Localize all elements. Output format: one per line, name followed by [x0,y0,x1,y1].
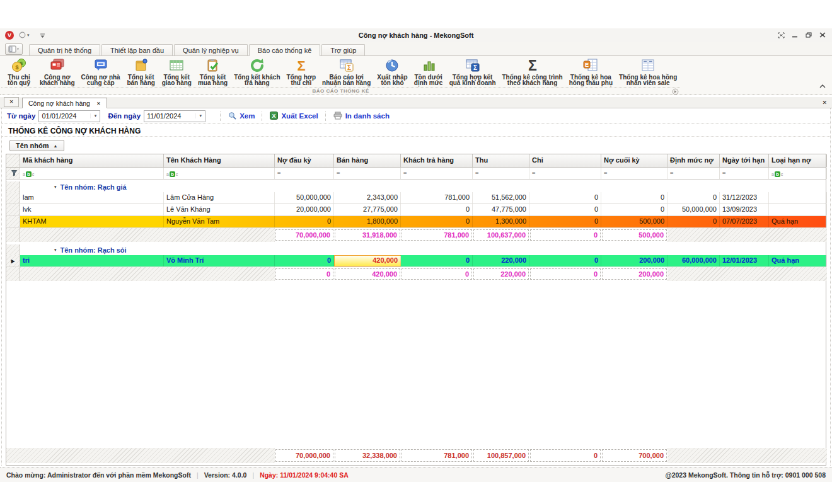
table-cell[interactable]: 0 [601,192,667,203]
table-cell[interactable]: 50,000,000 [667,204,720,215]
table-row-tri[interactable]: ▶triVõ Minh Trí0420,0000220,0000200,0006… [6,255,826,267]
equals-filter-icon[interactable]: = [667,168,720,179]
equals-filter-icon[interactable]: = [529,168,601,179]
table-cell[interactable]: KHTAM [20,216,164,227]
application-menu-button[interactable] [5,43,23,55]
column-header-ten-khach-hang[interactable]: Tên Khách Hàng [164,154,275,167]
ribbon-button-thong-ke-hoa-hong-thau-phu[interactable]: EThống kê hoahồng thầu phụ [566,56,616,86]
tab-close-icon[interactable]: ✕ [96,101,101,106]
table-cell[interactable]: 781,000 [401,192,473,203]
table-cell[interactable]: 31/12/2023 [720,192,769,203]
table-cell[interactable]: 50,000,000 [275,192,334,203]
view-button[interactable]: Xem [228,112,255,121]
table-row-khtam[interactable]: KHTAMNguyễn Văn Tam01,800,00001,300,0000… [6,216,826,228]
ribbon-button-ton-duoi-dinh-muc[interactable]: Tồn dướiđịnh mức [411,56,446,86]
ribbon-button-thong-ke-hoa-hong-nhan-vien-sale[interactable]: Thống kê hoa hồngnhân viên sale [616,56,680,86]
table-cell[interactable]: 47,775,000 [473,204,529,215]
column-header-ngay-toi-han[interactable]: Ngày tới hạn [720,154,769,167]
ribbon-button-bao-cao-loi-nhuan-ban-hang[interactable]: ΣBáo cáo lợinhuận bán hàng [319,56,374,86]
group-dialog-launcher-icon[interactable] [672,88,679,96]
close-button[interactable] [818,32,827,39]
table-cell[interactable]: 220,000 [473,255,529,266]
table-cell[interactable]: lam [20,192,164,203]
collapse-triangle-icon[interactable]: ▾ [54,185,57,190]
table-cell[interactable]: Quá hạn [769,255,827,266]
column-header-ma-khach-hang[interactable]: Mã khách hàng [20,154,164,167]
chevron-down-icon[interactable]: ▾ [195,113,205,118]
group-by-chip[interactable]: Tên nhóm ▲ [9,140,64,151]
column-header-dinh-muc-no[interactable]: Định mức nợ [667,154,720,167]
to-date-combo[interactable]: 11/01/2024 ▾ [144,110,205,122]
ribbon-tab-thiet-lap-ban-dau[interactable]: Thiết lập ban đầu [101,44,173,55]
chevron-down-icon[interactable]: ▾ [90,113,100,118]
table-cell[interactable]: 13/09/2023 [720,204,769,215]
abc-filter-icon[interactable]: abc [164,168,275,179]
tabstrip-close-icon[interactable]: ✕ [822,100,827,106]
table-cell[interactable]: 0 [529,192,601,203]
ribbon-collapse-icon[interactable] [819,79,826,91]
table-cell[interactable] [769,204,827,215]
column-header-khach-tra-hang[interactable]: Khách trả hàng [401,154,473,167]
export-excel-button[interactable]: X Xuất Excel [270,112,318,121]
column-header-thu[interactable]: Thu [473,154,529,167]
ribbon-button-tong-ket-mua-hang[interactable]: Tổng kếtmua hàng [195,56,231,86]
table-cell[interactable]: 0 [401,204,473,215]
table-cell[interactable]: 0 [601,204,667,215]
ribbon-button-thong-ke-cong-trinh-theo-khach-hang[interactable]: ΣThống kê công trìnhtheo khách hàng [499,56,566,86]
close-all-tabs-button[interactable]: ✕ [4,97,19,107]
table-cell[interactable]: 20,000,000 [275,204,334,215]
equals-filter-icon[interactable]: = [473,168,529,179]
column-header-chi[interactable]: Chi [529,154,601,167]
ribbon-button-cong-no-khach-hang[interactable]: Công nợkhách hàng [37,56,78,86]
table-cell[interactable]: Lâm Cửa Hàng [164,192,275,203]
ribbon-tab-tro-giup[interactable]: Trợ giúp [321,44,365,55]
column-header-loai-han-no[interactable]: Loại hạn nợ [769,154,827,167]
ribbon-button-tong-ket-khach-tra-hang[interactable]: Tổng kết kháchtrả hàng [231,56,283,86]
table-cell[interactable]: 1,300,000 [473,216,529,227]
column-header-ban-hang[interactable]: Bán hàng [334,154,401,167]
equals-filter-icon[interactable]: = [334,168,401,179]
table-cell[interactable]: 0 [275,255,334,266]
table-cell[interactable]: Võ Minh Trí [164,255,275,266]
ribbon-tab-quan-tri-he-thong[interactable]: Quản trị hệ thống [29,44,100,55]
collapse-triangle-icon[interactable]: ▾ [54,248,57,253]
table-cell[interactable]: 0 [401,255,473,266]
ribbon-tab-quan-ly-nghiep-vu[interactable]: Quản lý nghiệp vụ [174,44,248,55]
table-cell[interactable]: 0 [401,216,473,227]
ribbon-tab-bao-cao-thong-ke[interactable]: Báo cáo thống kê [249,44,321,56]
table-cell[interactable]: Quá hạn [769,216,827,227]
table-cell[interactable]: 60,000,000 [667,255,720,266]
table-cell[interactable]: 0 [529,255,601,266]
table-cell[interactable]: 0 [529,204,601,215]
table-cell[interactable]: lvk [20,204,164,215]
ribbon-button-tong-ket-ban-hang[interactable]: Tổng kếtbán hàng [124,56,159,86]
restore-button[interactable] [804,32,813,39]
equals-filter-icon[interactable]: = [401,168,473,179]
tab-cong-no-khach-hang[interactable]: Công nợ khách hàng ✕ [22,98,107,108]
group-row-ten-nhom-rach-gia[interactable]: ▾Tên nhóm: Rạch giá [6,181,826,192]
column-header-no-cuoi-ky[interactable]: Nợ cuối kỳ [601,154,667,167]
equals-filter-icon[interactable]: = [601,168,667,179]
from-date-combo[interactable]: 01/01/2024 ▾ [38,110,100,122]
table-cell[interactable]: 0 [667,216,720,227]
table-cell[interactable]: 12/01/2023 [720,255,769,266]
table-cell[interactable]: 2,343,000 [334,192,401,203]
table-cell[interactable]: 51,562,000 [473,192,529,203]
abc-filter-icon[interactable]: abc [769,168,827,179]
table-cell[interactable]: 500,000 [601,216,667,227]
equals-filter-icon[interactable]: = [720,168,769,179]
group-row-ten-nhom-rach-soi[interactable]: ▾Tên nhóm: Rạch sỏi [6,244,826,255]
print-list-button[interactable]: In danh sách [333,112,390,121]
ribbon-button-tong-hop-thu-chi[interactable]: ΣTổng hợpthu chi [284,56,320,86]
table-cell[interactable]: 07/07/2023 [720,216,769,227]
table-cell[interactable]: 1,800,000 [334,216,401,227]
ribbon-button-tong-hop-ket-qua-kinh-doanh[interactable]: ΣTổng hợp kếtquả kinh doanh [446,56,499,86]
ribbon-button-thu-chi-ton-quy[interactable]: $$Thu chitồn quỹ [1,56,37,86]
funnel-icon[interactable] [6,168,20,179]
table-cell[interactable]: 27,775,000 [334,204,401,215]
table-cell[interactable] [769,192,827,203]
equals-filter-icon[interactable]: = [275,168,334,179]
minimize-button[interactable] [790,32,799,39]
table-row-lvk[interactable]: lvkLê Văn Kháng20,000,00027,775,000047,7… [6,204,826,216]
table-cell[interactable]: 0 [529,216,601,227]
